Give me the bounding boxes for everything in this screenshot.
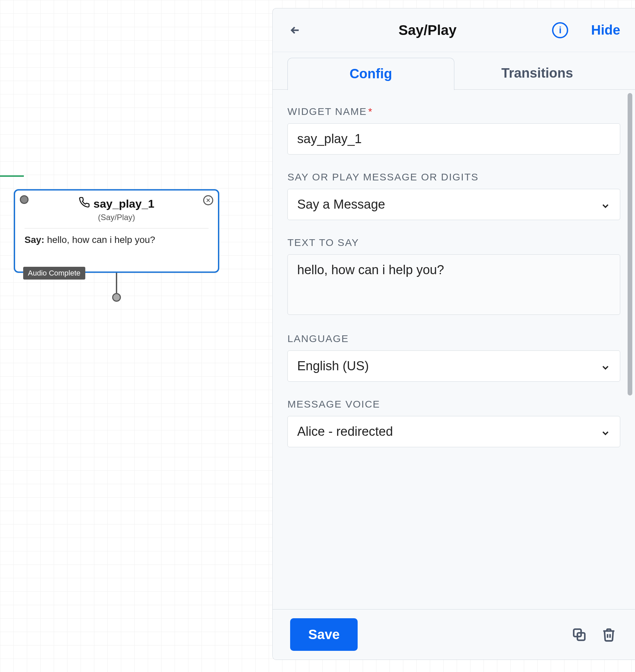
widget-name-label-text: WIDGET NAME [287, 106, 367, 117]
field-text-to-say: TEXT TO SAY [287, 237, 620, 316]
panel-footer: Save [273, 609, 635, 659]
inspector-panel: « Say/Play i Hide Config Transitions WID… [272, 8, 635, 660]
transition-badge-audio-complete[interactable]: Audio Complete [23, 267, 85, 279]
connector-horizontal [0, 175, 24, 177]
flow-node-say-play[interactable]: say_play_1 (Say/Play) Say: hello, how ca… [14, 189, 219, 273]
node-title: say_play_1 [93, 197, 154, 210]
copy-icon [572, 627, 587, 642]
node-output-port[interactable] [112, 293, 121, 302]
info-button[interactable]: i [552, 22, 568, 38]
chevron-down-icon [600, 361, 611, 371]
say-or-play-select[interactable]: Say a Message [287, 189, 620, 220]
delete-button[interactable] [600, 626, 617, 644]
node-say-text: hello, how can i help you? [47, 234, 155, 245]
language-select[interactable]: English (US) [287, 351, 620, 382]
node-body: Say: hello, how can i help you? [15, 229, 218, 272]
field-message-voice: MESSAGE VOICE Alice - redirected [287, 399, 620, 447]
field-widget-name: WIDGET NAME* [287, 106, 620, 154]
panel-title: Say/Play [316, 22, 539, 38]
panel-body: WIDGET NAME* SAY OR PLAY MESSAGE OR DIGI… [273, 90, 635, 609]
panel-tabs: Config Transitions [273, 52, 635, 90]
say-or-play-label: SAY OR PLAY MESSAGE OR DIGITS [287, 171, 620, 183]
say-or-play-value: Say a Message [297, 197, 385, 212]
required-asterisk: * [368, 106, 373, 117]
trash-icon [601, 627, 616, 642]
language-value: English (US) [297, 359, 369, 373]
field-language: LANGUAGE English (US) [287, 333, 620, 382]
node-header: say_play_1 (Say/Play) [15, 190, 218, 225]
message-voice-value: Alice - redirected [297, 424, 393, 439]
message-voice-select[interactable]: Alice - redirected [287, 416, 620, 447]
message-voice-label: MESSAGE VOICE [287, 399, 620, 410]
field-say-or-play: SAY OR PLAY MESSAGE OR DIGITS Say a Mess… [287, 171, 620, 220]
scrollbar-thumb[interactable] [628, 93, 632, 396]
chevron-down-icon [600, 427, 611, 437]
chevron-down-icon [600, 200, 611, 210]
duplicate-button[interactable] [571, 626, 588, 644]
text-to-say-label: TEXT TO SAY [287, 237, 620, 248]
node-output-stem [116, 273, 117, 293]
save-button[interactable]: Save [290, 618, 358, 651]
widget-name-input[interactable] [287, 123, 620, 154]
node-type-label: (Say/Play) [22, 213, 211, 222]
language-label: LANGUAGE [287, 333, 620, 344]
tab-config[interactable]: Config [287, 58, 454, 90]
panel-header: Say/Play i Hide [273, 8, 635, 52]
text-to-say-input[interactable] [287, 254, 620, 315]
node-say-prefix: Say: [24, 234, 44, 245]
back-button[interactable] [287, 22, 303, 38]
tab-transitions[interactable]: Transitions [454, 65, 620, 89]
node-title-row: say_play_1 [79, 196, 154, 211]
phone-icon [79, 196, 90, 211]
hide-button[interactable]: Hide [591, 22, 620, 38]
info-icon: i [559, 25, 562, 36]
widget-name-label: WIDGET NAME* [287, 106, 620, 117]
